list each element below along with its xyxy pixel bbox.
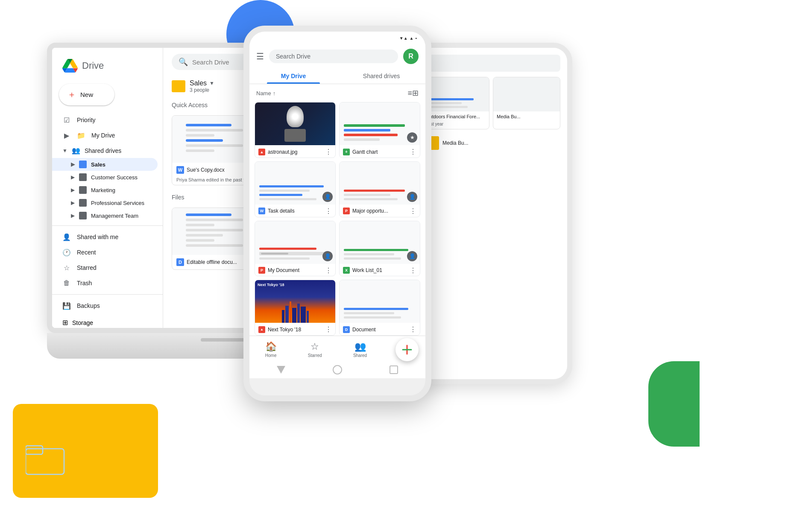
nav-starred-icon: ☆ <box>310 341 319 352</box>
fab-button[interactable] <box>395 338 419 361</box>
sidebar-sub-sales[interactable]: ▶ Sales <box>52 158 158 171</box>
sidebar-sub-customer-success[interactable]: ▶ Customer Success <box>52 171 158 184</box>
file-card-astronaut[interactable]: ▲ astronaut.jpg ⋮ <box>255 102 336 158</box>
phone2-file-name-1: Outdoors Financial Fore... <box>422 111 489 122</box>
phone-file-name-major: Major opportu... <box>352 208 407 214</box>
file-type-icon-pdf: P <box>343 208 350 214</box>
sidebar-sub-marketing[interactable]: ▶ Marketing <box>52 184 158 196</box>
file-info-astronaut: ▲ astronaut.jpg ⋮ <box>255 145 335 158</box>
sidebar-item-backups[interactable]: 💾 Backups <box>52 298 158 313</box>
sidebar-logo-text: Drive <box>82 60 104 71</box>
tokyo-label: Next Tokyo '18 <box>258 283 284 287</box>
folder-dropdown-icon[interactable]: ▼ <box>209 80 214 86</box>
recents-gesture-icon[interactable] <box>390 365 398 374</box>
file-preview-astronaut <box>255 102 335 145</box>
file-type-icon-img: ▲ <box>258 149 265 155</box>
my-drive-label: My Drive <box>91 132 115 139</box>
tokyo-image: Next Tokyo '18 <box>255 280 335 323</box>
svg-rect-0 <box>26 449 64 474</box>
mkt-label: Marketing <box>91 187 115 193</box>
file-card-work-list[interactable]: 👤 X Work List_01 ⋮ <box>339 221 420 277</box>
sidebar-item-trash[interactable]: 🗑 Trash <box>52 275 158 291</box>
recent-icon: 🕐 <box>62 248 71 257</box>
file-type-icon-sheets: + <box>343 149 350 155</box>
more-icon-doc8[interactable]: ⋮ <box>410 325 416 333</box>
ps-label: Professional Services <box>91 200 144 206</box>
list-view-icon[interactable]: ≡⊞ <box>407 88 419 98</box>
phone-status-bar: ▼▲ ▲ ▪ <box>249 32 425 44</box>
cs-folder-icon <box>79 173 87 181</box>
phone-body: ▼▲ ▲ ▪ ☰ Search Drive R My Drive <box>243 26 431 401</box>
people-overlay-work-list: 👤 <box>407 251 417 261</box>
backups-icon: 💾 <box>62 301 71 310</box>
more-icon-task[interactable]: ⋮ <box>325 207 332 215</box>
my-drive-icon: 📁 <box>77 131 85 140</box>
nav-item-starred[interactable]: ☆ Starred <box>301 339 329 360</box>
phone-avatar[interactable]: R <box>403 49 419 64</box>
file-preview-tokyo: Next Tokyo '18 <box>255 280 335 323</box>
storage-section: ⊞ Storage 30.7 GB used <box>52 313 163 333</box>
file-card-gantt[interactable]: ★ + Gantt chart ⋮ <box>339 102 420 158</box>
more-icon-my-document[interactable]: ⋮ <box>325 266 332 275</box>
phone2-media-folder-name: Media Bu... <box>442 140 469 146</box>
tab-shared-drives[interactable]: Shared drives <box>337 68 425 84</box>
astronaut-image <box>255 102 335 145</box>
more-icon-work-list[interactable]: ⋮ <box>410 266 416 275</box>
storage-fill <box>62 329 117 331</box>
people-overlay-my-doc: 👤 <box>322 251 333 261</box>
back-gesture-icon[interactable] <box>277 366 285 374</box>
preview-line <box>186 124 232 126</box>
tab-my-drive[interactable]: My Drive <box>249 68 337 84</box>
sidebar-item-recent[interactable]: 🕐 Recent <box>52 245 158 260</box>
home-gesture-icon[interactable] <box>333 365 342 374</box>
sidebar-item-shared-with-me[interactable]: 👤 Shared with me <box>52 229 158 245</box>
sort-label[interactable]: Name ↑ <box>256 90 275 96</box>
sidebar-item-priority[interactable]: ☑ Priority <box>52 112 158 128</box>
sidebar-item-starred[interactable]: ☆ Starred <box>52 260 158 275</box>
sidebar: Drive ＋ New ☑ Priority ▶ 📁 My Drive <box>52 48 163 328</box>
file-preview-lines <box>181 119 248 160</box>
phone-file-name-gantt: Gantt chart <box>352 149 407 155</box>
file-card-doc8[interactable]: D Document ⋮ <box>339 280 420 336</box>
ps-expand-icon: ▶ <box>71 200 75 206</box>
sidebar-divider-1 <box>52 225 163 226</box>
preview-line <box>426 106 468 108</box>
file-name-editable: Editable offline docu... <box>187 259 237 265</box>
phone2-file-card-1: Outdoors Financial Fore... past year <box>422 77 489 129</box>
phone-search-bar[interactable]: Search Drive <box>269 50 398 63</box>
phone-sort-bar: Name ↑ ≡⊞ <box>249 84 425 102</box>
cs-expand-icon: ▶ <box>71 174 75 180</box>
phone-header: ☰ Search Drive R <box>249 44 425 68</box>
sidebar-sub-mgmt-team[interactable]: ▶ Management Team <box>52 209 158 222</box>
more-icon-astronaut[interactable]: ⋮ <box>325 148 332 156</box>
file-card-my-document[interactable]: 👤 P My Document ⋮ <box>255 221 336 277</box>
ps-folder-icon <box>79 199 87 207</box>
more-icon-tokyo[interactable]: ⋮ <box>325 325 332 333</box>
phone2-content-area: Outdoors Financial Fore... past year Med… <box>415 48 567 160</box>
tab-my-drive-label: My Drive <box>281 73 306 79</box>
more-icon-major[interactable]: ⋮ <box>410 207 416 215</box>
phone-menu-icon[interactable]: ☰ <box>256 51 264 61</box>
file-card-task-details[interactable]: 👤 W Task details ⋮ <box>255 161 336 217</box>
sales-folder-icon <box>79 161 87 168</box>
phone-gesture-bar <box>249 361 425 378</box>
more-icon-gantt[interactable]: ⋮ <box>410 148 416 156</box>
file-preview-my-document: 👤 <box>255 221 335 264</box>
phone2-container: Outdoors Financial Fore... past year Med… <box>410 43 572 384</box>
sidebar-sub-pro-services[interactable]: ▶ Professional Services <box>52 196 158 209</box>
new-button[interactable]: ＋ New <box>59 84 114 105</box>
svg-rect-1 <box>26 446 43 454</box>
file-type-icon-docs2: D <box>343 326 350 333</box>
phone2-file-name-2: Media Bu... <box>493 111 560 122</box>
nav-item-home[interactable]: 🏠 Home <box>258 339 284 360</box>
file-type-icon-excel: X <box>343 267 350 274</box>
nav-item-shared[interactable]: 👥 Shared <box>346 339 374 360</box>
file-type-icon-img2: ▲ <box>258 326 265 333</box>
folder-name: Sales <box>190 79 207 87</box>
mkt-expand-icon: ▶ <box>71 187 75 193</box>
file-card-major-opport[interactable]: 👤 P Major opportu... ⋮ <box>339 161 420 217</box>
sidebar-item-my-drive[interactable]: ▶ 📁 My Drive <box>52 128 158 143</box>
file-card-tokyo[interactable]: Next Tokyo '18 ▲ Next Tokyo '18 ⋮ <box>255 280 336 336</box>
preview-line <box>186 239 214 242</box>
shared-drives-header[interactable]: ▼ 👥 Shared drives <box>52 143 163 158</box>
